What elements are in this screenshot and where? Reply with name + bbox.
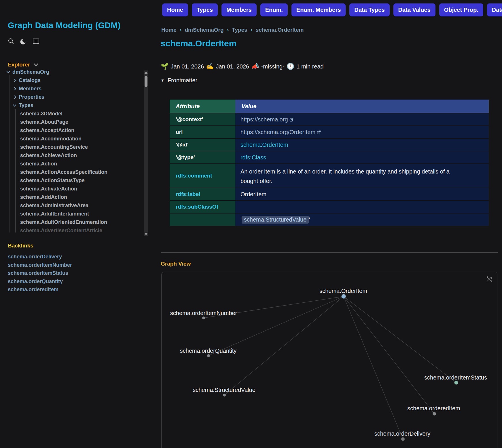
chevron-down-icon [6,71,10,73]
tree-item-catalogs[interactable]: Catalogs [14,77,41,84]
breadcrumb-dmschemaorg[interactable]: dmSchemaOrg [185,27,223,33]
quote-close: ' [309,216,310,223]
frontmatter-label: Frontmatter [168,77,197,84]
backlink-item[interactable]: schema.orderItemStatus [8,269,72,277]
tree-item-label: schema.AdultEntertainment [20,211,89,217]
graph-view-panel[interactable]: schema.OrderItem schema.orderItemNumber … [161,272,497,448]
rdfs-subclassof-link[interactable]: rdfs:subClassOf [176,204,218,210]
graph-label: schema.orderItemNumber [170,310,237,316]
nav-datatype-prop[interactable]: Datatype Prop. [487,3,502,16]
explorer-tree: dmSchemaOrg Catalogs Members Properties … [0,68,143,233]
type-link[interactable]: rdfs:Class [240,154,266,161]
breadcrumb-home[interactable]: Home [161,27,177,33]
tree-item-type[interactable]: schema.AccountingService [20,144,88,150]
tree-item-type[interactable]: schema.AddAction [20,194,67,201]
graph-label: schema.orderQuantity [180,348,237,354]
structured-value-pill[interactable]: schema.StructuredValue [242,216,309,224]
graph-node-structuredvalue[interactable] [223,394,226,396]
nav-enum-members[interactable]: Enum. Members [291,3,346,16]
tree-item-label: Types [19,102,33,108]
table-row: url https://schema.org/OrderItem [170,126,489,138]
dark-mode-moon-icon[interactable] [20,38,27,45]
modified-writing-icon: ✍️ [206,63,214,70]
breadcrumb-types[interactable]: Types [232,27,247,33]
graph-canvas[interactable]: schema.OrderItem schema.orderItemNumber … [162,272,497,448]
tree-item-label: schema.AdvertiserContentArticle [20,228,102,233]
tree-guide-line [10,75,10,232]
scroll-down-arrow[interactable] [144,233,148,235]
tree-item-type[interactable]: schema.AdministrativeArea [20,202,88,209]
graph-node-orderitemnumber[interactable] [202,317,205,319]
graph-label: schema.StructuredValue [193,387,255,393]
url-link[interactable]: https://schema.org/OrderItem [240,129,315,135]
tree-item-label: schema.AchieveAction [20,152,77,159]
tree-item-properties[interactable]: Properties [14,94,44,100]
value-column-header: Value [235,99,489,113]
scrollbar-thumb[interactable] [145,76,147,87]
tree-item-types[interactable]: Types [13,102,33,109]
attr-url: url [170,126,235,138]
graph-node-orderitem[interactable] [342,294,346,299]
tree-item-type[interactable]: schema.AdultOrientedEnumeration [20,219,107,226]
context-link[interactable]: https://schema.org [240,116,288,123]
breadcrumb-separator: › [227,26,229,33]
graph-expand-icon[interactable] [486,275,493,284]
top-nav: Home Types Members Enum. Enum. Members D… [162,3,502,16]
nav-data-types[interactable]: Data Types [349,3,389,16]
graph-node-orderitemstatus[interactable] [454,381,458,385]
tree-item-type[interactable]: schema.3DModel [20,110,62,117]
published-status: -missing- [261,63,285,70]
graph-label: schema.orderedItem [407,405,460,411]
rdfs-comment-link[interactable]: rdfs:comment [176,173,212,179]
tree-item-type[interactable]: schema.AdultEntertainment [20,210,89,217]
graph-label: schema.OrderItem [319,288,367,294]
sidebar-scrollbar[interactable] [144,70,148,236]
tree-item-label: Catalogs [19,77,41,83]
explorer-header[interactable]: Explorer [8,62,39,68]
created-date: Jan 01, 2026 [171,63,204,70]
tree-item-type[interactable]: schema.ActivateAction [20,185,77,192]
backlink-item[interactable]: schema.orderedItem [8,285,72,294]
comment-text: An order item is a line of an order. It … [235,164,489,188]
graph-node-ordereditem[interactable] [433,412,436,415]
scroll-up-arrow[interactable] [144,71,148,74]
nav-home[interactable]: Home [162,3,188,16]
chevron-right-icon [14,95,16,99]
graph-label: schema.orderItemStatus [424,374,487,381]
tree-item-root[interactable]: dmSchemaOrg [6,68,49,75]
table-header-row: Attribute Value [170,99,489,113]
nav-members[interactable]: Members [221,3,257,16]
backlink-item[interactable]: schema.orderItemNumber [8,261,72,269]
tree-item-type[interactable]: schema.AchieveAction [20,152,77,159]
tree-item-type[interactable]: schema.Accommodation [20,135,82,142]
tree-item-type[interactable]: schema.Action [20,160,57,167]
tree-item-type[interactable]: schema.ActionAccessSpecification [20,169,107,176]
graph-node-orderdelivery[interactable] [401,437,405,441]
nav-data-values[interactable]: Data Values [393,3,435,16]
nav-types[interactable]: Types [192,3,218,16]
frontmatter-toggle[interactable]: ▼ Frontmatter [161,77,197,84]
sidebar: Graph Data Modeling (GDM) Explorer [0,0,149,448]
tree-item-label: schema.Accommodation [20,136,82,142]
book-icon[interactable] [32,38,40,45]
tree-item-type[interactable]: schema.AdvertiserContentArticle [20,227,102,233]
tree-item-type[interactable]: schema.AboutPage [20,119,68,125]
tree-item-type[interactable]: schema.ActionStatusType [20,177,85,184]
id-link[interactable]: schema:OrderItem [240,142,288,148]
tree-item-label: schema.AdultOrientedEnumeration [20,219,107,225]
table-row: rdfs:label OrderItem [170,188,489,201]
backlink-item[interactable]: schema.orderQuantity [8,277,72,286]
graph-node-orderquantity[interactable] [207,354,210,357]
tree-item-type[interactable]: schema.AcceptAction [20,127,74,134]
tree-item-label: schema.ActionAccessSpecification [20,169,107,175]
nav-object-prop[interactable]: Object Prop. [439,3,483,16]
table-row: '@context' https://schema.org [170,113,489,126]
rdfs-label-link[interactable]: rdfs:label [176,191,200,197]
search-icon[interactable] [8,38,15,45]
nav-enum[interactable]: Enum. [260,3,288,16]
backlink-item[interactable]: schema.orderDelivery [8,253,72,261]
created-seedling-icon: 🌱 [161,63,168,70]
backlinks-header: Backlinks [8,243,33,249]
breadcrumb-current[interactable]: schema.OrderItem [255,27,304,33]
tree-item-members[interactable]: Members [14,85,41,92]
